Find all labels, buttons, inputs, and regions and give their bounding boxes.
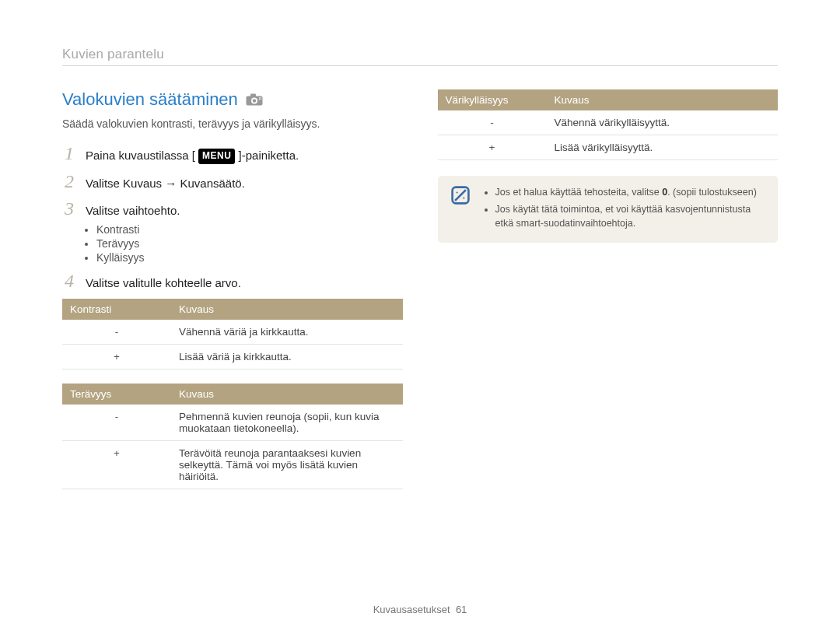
camera-icon: p <box>246 93 263 106</box>
cell-desc: Terävöitä reunoja parantaaksesi kuvien s… <box>171 440 403 489</box>
footer-label: Kuvausasetukset <box>373 604 450 615</box>
option-bullets: Kontrasti Terävyys Kylläisyys <box>62 223 403 264</box>
page-number: 61 <box>456 604 467 615</box>
th-kuvaus: Kuvaus <box>547 89 779 110</box>
step-4: 4 Valitse valitulle kohteelle arvo. <box>62 271 403 291</box>
step-list: 1 Paina kuvaustilassa [ MENU ]-painikett… <box>62 144 403 219</box>
note-item: Jos käytät tätä toimintoa, et voi käyttä… <box>495 202 766 230</box>
svg-point-8 <box>463 197 464 198</box>
breadcrumb: Kuvien parantelu <box>62 47 778 62</box>
divider <box>62 65 778 66</box>
left-column: Valokuvien säätäminen p Säädä valokuvien… <box>62 89 403 503</box>
step-3: 3 Valitse vaihtoehto. <box>62 199 403 219</box>
cell-symbol: + <box>62 440 171 489</box>
cell-desc: Vähennä värikylläisyyttä. <box>547 110 779 135</box>
bullet-teravyys: Terävyys <box>96 237 403 250</box>
cell-desc: Lisää värikylläisyyttä. <box>547 135 779 160</box>
cell-symbol: - <box>438 110 547 135</box>
cell-desc: Vähennä väriä ja kirkkautta. <box>171 320 403 345</box>
cell-symbol: + <box>62 344 171 369</box>
step-number: 1 <box>62 144 76 163</box>
cell-desc: Lisää väriä ja kirkkautta. <box>171 344 403 369</box>
table-row: + Terävöitä reunoja parantaaksesi kuvien… <box>62 440 403 489</box>
table-row: - Pehmennä kuvien reunoja (sopii, kun ku… <box>62 405 403 441</box>
content-columns: Valokuvien säätäminen p Säädä valokuvien… <box>62 89 778 503</box>
page-footer: Kuvausasetukset 61 <box>0 604 840 615</box>
step-number: 2 <box>62 172 76 191</box>
cell-symbol: + <box>438 135 547 160</box>
step-2: 2 Valitse Kuvaus → Kuvansäätö. <box>62 172 403 191</box>
th-varikyllaisyys: Värikylläisyys <box>438 89 547 110</box>
svg-rect-1 <box>250 94 256 97</box>
note-item: Jos et halua käyttää tehosteita, valitse… <box>495 185 766 199</box>
svg-point-7 <box>456 191 457 193</box>
manual-page: Kuvien parantelu Valokuvien säätäminen p… <box>0 0 840 634</box>
section-heading-text: Valokuvien säätäminen <box>62 89 238 110</box>
th-kuvaus: Kuvaus <box>171 299 403 320</box>
table-teravyys: Terävyys Kuvaus - Pehmennä kuvien reunoj… <box>62 384 403 489</box>
step-1: 1 Paina kuvaustilassa [ MENU ]-painikett… <box>62 144 403 164</box>
th-kuvaus: Kuvaus <box>171 384 403 405</box>
bullet-kyllaisyys: Kylläisyys <box>96 251 403 264</box>
step-list-4: 4 Valitse valitulle kohteelle arvo. <box>62 271 403 291</box>
step-text: Valitse Kuvaus → Kuvansäätö. <box>86 175 403 191</box>
info-note: Jos et halua käyttää tehosteita, valitse… <box>438 176 779 243</box>
th-teravyys: Terävyys <box>62 384 171 405</box>
th-kontrasti: Kontrasti <box>62 299 171 320</box>
step-number: 4 <box>62 271 76 290</box>
cell-symbol: - <box>62 320 171 345</box>
table-row: - Vähennä väriä ja kirkkautta. <box>62 320 403 345</box>
step-text: Paina kuvaustilassa [ MENU ]-painiketta. <box>86 147 403 164</box>
table-varikyllaisyys: Värikylläisyys Kuvaus - Vähennä värikyll… <box>438 89 779 160</box>
bullet-kontrasti: Kontrasti <box>96 223 403 236</box>
section-heading: Valokuvien säätäminen p <box>62 89 403 110</box>
step-text: Valitse valitulle kohteelle arvo. <box>86 275 403 291</box>
section-intro: Säädä valokuvien kontrasti, terävyys ja … <box>62 117 403 130</box>
cell-desc: Pehmennä kuvien reunoja (sopii, kun kuvi… <box>171 405 403 441</box>
cell-symbol: - <box>62 405 171 441</box>
right-column: Värikylläisyys Kuvaus - Vähennä värikyll… <box>438 89 779 503</box>
table-row: + Lisää väriä ja kirkkautta. <box>62 344 403 369</box>
table-kontrasti: Kontrasti Kuvaus - Vähennä väriä ja kirk… <box>62 299 403 370</box>
table-row: + Lisää värikylläisyyttä. <box>438 135 779 160</box>
note-list: Jos et halua käyttää tehosteita, valitse… <box>481 185 766 233</box>
info-icon <box>450 185 471 233</box>
step-number: 3 <box>62 199 76 218</box>
svg-line-6 <box>455 190 466 201</box>
svg-point-3 <box>253 99 256 102</box>
step-text: Valitse vaihtoehto. <box>86 202 403 219</box>
table-row: - Vähennä värikylläisyyttä. <box>438 110 779 135</box>
menu-button-icon: MENU <box>198 149 235 164</box>
